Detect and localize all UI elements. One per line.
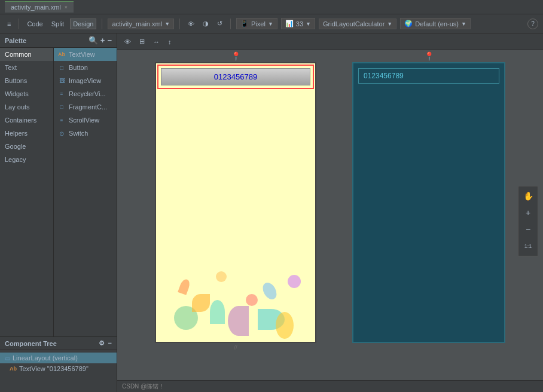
zoom-chevron-icon: ▼ — [306, 21, 311, 27]
palette-search-icon[interactable]: 🔍 — [89, 36, 98, 45]
component-textview-label: TextView — [69, 51, 95, 58]
file-dropdown[interactable]: activity_main.xml ▼ — [108, 19, 174, 29]
category-item-layouts[interactable]: Lay outs — [0, 100, 53, 114]
component-switch[interactable]: ⊙ Switch — [54, 127, 117, 140]
component-tree-section: Component Tree ⚙ − ▭ LinearLayout (verti… — [0, 336, 117, 392]
code-label: Code — [27, 20, 42, 27]
tree-item-linearlayout[interactable]: ▭ LinearLayout (vertical) — [0, 353, 117, 363]
design-textview-value: 0123456789 — [214, 72, 257, 81]
flower-3 — [210, 300, 225, 324]
title-bar: activity_main.xml × — [0, 0, 543, 14]
help-button[interactable]: ? — [527, 19, 538, 29]
close-tab-button[interactable]: × — [65, 4, 68, 10]
component-recyclerview-label: RecyclerVi... — [69, 90, 106, 97]
category-item-common[interactable]: Common — [0, 48, 53, 61]
resize-handle[interactable]: // — [155, 343, 316, 352]
pixel-chevron-icon: ▼ — [268, 21, 273, 27]
category-list: Common Text Buttons Widgets Lay outs Con… — [0, 48, 54, 336]
flower-2 — [192, 294, 210, 312]
refresh-button[interactable]: ↺ — [215, 19, 225, 29]
flower-10 — [216, 271, 227, 282]
component-list: Ab TextView □ Button 🖼 ImageView ≡ Recyc… — [54, 48, 117, 336]
textview-icon: Ab — [57, 50, 66, 59]
blueprint-phone: 0123456789 — [352, 62, 505, 343]
component-recyclerview[interactable]: ≡ RecyclerVi... — [54, 87, 117, 100]
linearlayout-icon: ▭ — [5, 355, 10, 362]
toolbar-sep-2 — [102, 19, 102, 29]
zoom-out-button[interactable]: − — [521, 222, 535, 237]
switch-icon: ⊙ — [57, 129, 66, 137]
design-arrow-h-button[interactable]: ↔ — [151, 37, 162, 47]
component-tree-title: Component Tree — [5, 340, 57, 347]
component-fragmentc[interactable]: □ FragmentC... — [54, 100, 117, 114]
fragmentc-icon: □ — [57, 103, 66, 111]
locale-dropdown[interactable]: 🌍 Default (en-us) ▼ — [400, 18, 471, 29]
category-item-helpers[interactable]: Helpers — [0, 127, 53, 140]
palette-plus-icon[interactable]: + — [100, 36, 105, 45]
code-view-button[interactable]: Code — [25, 19, 45, 29]
chevron-down-icon: ▼ — [164, 21, 170, 27]
design-grid-button[interactable]: ⊞ — [137, 36, 147, 47]
eye-button[interactable]: 👁 — [185, 19, 197, 29]
category-item-text[interactable]: Text — [0, 61, 53, 74]
blueprint-textview[interactable]: 0123456789 — [358, 68, 499, 84]
tree-item-textview[interactable]: Ab TextView "0123456789" — [0, 363, 117, 374]
split-label: Split — [51, 20, 64, 27]
file-tab[interactable]: activity_main.xml × — [5, 1, 74, 13]
component-textview[interactable]: Ab TextView — [54, 48, 117, 61]
component-tree-gear-icon[interactable]: ⚙ — [99, 339, 105, 347]
tree-textview-label: TextView "0123456789" — [19, 365, 89, 372]
category-item-google[interactable]: Google — [0, 140, 53, 153]
component-button[interactable]: □ Button — [54, 61, 117, 74]
split-view-button[interactable]: Split — [49, 19, 66, 29]
design-label: Design — [73, 20, 93, 27]
resize-icon: // — [234, 344, 237, 351]
left-panel: Palette 🔍 + − Common Text Buttons Widget… — [0, 33, 117, 392]
zoom-label: 33 — [296, 20, 303, 27]
scrollview-icon: ≡ — [57, 116, 66, 124]
component-tree-minus-icon[interactable]: − — [108, 339, 112, 347]
locale-label: Default (en-us) — [415, 20, 459, 27]
grid-label: GridLayoutCalculator — [323, 20, 385, 27]
design-grid-icon: ⊞ — [139, 38, 145, 45]
chart-icon: 📊 — [285, 20, 294, 27]
refresh-icon: ↺ — [217, 20, 222, 27]
design-eye-button[interactable]: 👁 — [122, 37, 133, 47]
grid-dropdown[interactable]: GridLayoutCalculator ▼ — [319, 19, 396, 29]
brush-button[interactable]: ◑ — [200, 19, 211, 29]
canvas-area: 📍 0123456789 — [117, 50, 543, 392]
zoom-reset-button[interactable]: 1:1 — [521, 239, 535, 253]
eye-icon: 👁 — [188, 20, 194, 27]
toolbar-sep-1 — [19, 19, 19, 29]
design-pin-icon: 📍 — [231, 51, 241, 61]
component-scrollview[interactable]: ≡ ScrollView — [54, 114, 117, 127]
linearlayout-label: LinearLayout (vertical) — [13, 354, 78, 362]
palette-title: Palette — [5, 37, 26, 44]
hand-tool-button[interactable]: ✋ — [521, 189, 535, 203]
toolbar-sep-3 — [179, 19, 180, 29]
design-textview[interactable]: 0123456789 — [161, 68, 310, 85]
blueprint-pin-icon: 📍 — [424, 51, 434, 61]
category-item-buttons[interactable]: Buttons — [0, 74, 53, 87]
right-toolbar: ✋ + − 1:1 — [518, 186, 538, 256]
category-item-widgets[interactable]: Widgets — [0, 87, 53, 100]
design-arrow-v-button[interactable]: ↕ — [166, 37, 174, 47]
zoom-in-button[interactable]: + — [521, 206, 535, 220]
category-item-legacy[interactable]: Legacy — [0, 153, 53, 166]
category-item-containers[interactable]: Containers — [0, 114, 53, 127]
tree-textview-icon: Ab — [10, 366, 17, 372]
menu-button[interactable]: ≡ — [5, 19, 13, 29]
design-arrow-h-icon: ↔ — [153, 38, 160, 45]
pixel-dropdown[interactable]: 📱 Pixel ▼ — [236, 18, 277, 29]
component-tree-header: Component Tree ⚙ − — [0, 336, 117, 350]
design-arrow-v-icon: ↕ — [168, 38, 172, 45]
palette-minus-icon[interactable]: − — [107, 36, 112, 45]
component-imageview[interactable]: 🖼 ImageView — [54, 74, 117, 87]
design-phone: 0123456789 — [155, 62, 316, 343]
recyclerview-icon: ≡ — [57, 90, 66, 98]
app-body: Palette 🔍 + − Common Text Buttons Widget… — [0, 33, 543, 392]
zoom-dropdown[interactable]: 📊 33 ▼ — [281, 18, 315, 29]
floral-decoration — [156, 246, 315, 342]
design-eye-icon: 👁 — [124, 38, 131, 45]
design-view-button[interactable]: Design — [70, 19, 96, 29]
